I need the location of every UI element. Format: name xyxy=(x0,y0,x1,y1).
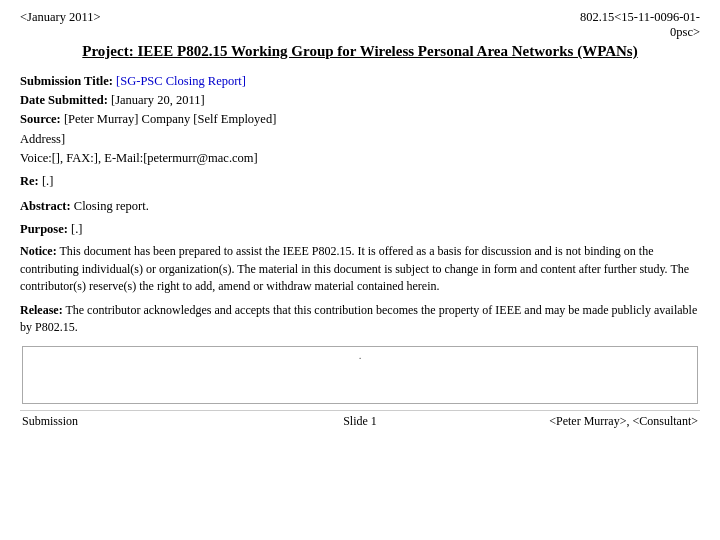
notice-value: This document has been prepared to assis… xyxy=(20,244,689,293)
release-label: Release: xyxy=(20,303,63,317)
notice-block: Notice: This document has been prepared … xyxy=(20,243,700,295)
footer: Submission Slide 1 <Peter Murray>, <Cons… xyxy=(20,410,700,429)
address-row: Address] xyxy=(20,130,700,149)
header: <January 2011> 802.15<15-11-0096-01- 0ps… xyxy=(20,10,700,40)
meta-block: Submission Title: [SG-PSC Closing Report… xyxy=(20,72,700,169)
release-block: Release: The contributor acknowledges an… xyxy=(20,302,700,337)
re-block: Re: [.] xyxy=(20,174,700,189)
date-value: [January 20, 2011] xyxy=(111,93,205,107)
header-left: <January 2011> xyxy=(20,10,101,25)
abstract-block: Abstract: Closing report. xyxy=(20,199,700,214)
source-row: Source: [Peter Murray] Company [Self Emp… xyxy=(20,110,700,129)
content-box: . xyxy=(22,346,698,404)
notice-label: Notice: xyxy=(20,244,57,258)
source-value: [Peter Murray] Company [Self Employed] xyxy=(64,112,276,126)
purpose-label: Purpose: xyxy=(20,222,68,236)
header-right-line1: 802.15<15-11-0096-01- xyxy=(580,10,700,25)
header-right-line2: 0psc> xyxy=(580,25,700,40)
submission-title-value: [SG-PSC Closing Report] xyxy=(116,74,246,88)
purpose-block: Purpose: [.] xyxy=(20,222,700,237)
submission-title-label: Submission Title: xyxy=(20,74,113,88)
content-box-dot: . xyxy=(23,347,697,361)
header-right: 802.15<15-11-0096-01- 0psc> xyxy=(580,10,700,40)
source-label: Source: xyxy=(20,112,61,126)
footer-right: <Peter Murray>, <Consultant> xyxy=(473,414,698,429)
voice-row: Voice:[], FAX:], E-Mail:[petermurr@mac.c… xyxy=(20,149,700,168)
submission-title-row: Submission Title: [SG-PSC Closing Report… xyxy=(20,72,700,91)
page: <January 2011> 802.15<15-11-0096-01- 0ps… xyxy=(0,0,720,540)
purpose-value: [.] xyxy=(71,222,82,236)
release-value: The contributor acknowledges and accepts… xyxy=(20,303,697,334)
abstract-value: Closing report. xyxy=(74,199,149,213)
page-title: Project: IEEE P802.15 Working Group for … xyxy=(20,42,700,62)
re-label: Re: xyxy=(20,174,39,188)
abstract-label: Abstract: xyxy=(20,199,71,213)
footer-center: Slide 1 xyxy=(247,414,472,429)
re-value: [.] xyxy=(42,174,53,188)
date-row: Date Submitted: [January 20, 2011] xyxy=(20,91,700,110)
footer-left: Submission xyxy=(22,414,247,429)
date-label: Date Submitted: xyxy=(20,93,108,107)
